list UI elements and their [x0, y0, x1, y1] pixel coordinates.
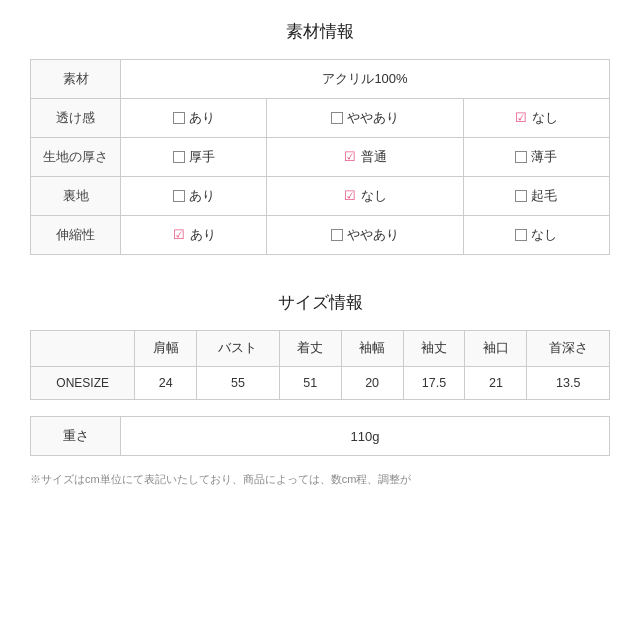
option-label: なし	[531, 226, 557, 244]
thickness-option-2: ☑ 普通	[267, 138, 464, 177]
size-table: 肩幅 バスト 着丈 袖幅 袖丈 袖口 首深さ ONESIZE 24 55 51 …	[30, 330, 610, 400]
weight-table: 重さ 110g	[30, 416, 610, 456]
checkbox-unchecked-icon	[331, 112, 343, 124]
material-section: 素材情報 素材 アクリル100% 透け感 あり	[30, 20, 610, 255]
weight-row: 重さ 110g	[31, 417, 610, 456]
size-bust: 55	[197, 367, 280, 400]
material-table: 素材 アクリル100% 透け感 あり ややあり	[30, 59, 610, 255]
size-header-sleeve-width: 袖幅	[341, 331, 403, 367]
size-header-length: 着丈	[279, 331, 341, 367]
option-label: あり	[189, 187, 215, 205]
stretch-option-1: ☑ あり	[121, 216, 267, 255]
checkbox-checked-icon: ☑	[343, 189, 357, 203]
size-header-row: 肩幅 バスト 着丈 袖幅 袖丈 袖口 首深さ	[31, 331, 610, 367]
stretch-option-3: なし	[463, 216, 609, 255]
table-row: 伸縮性 ☑ あり ややあり なし	[31, 216, 610, 255]
checkbox-checked-icon: ☑	[514, 111, 528, 125]
size-header-sleeve-length: 袖丈	[403, 331, 465, 367]
transparency-option-2: ややあり	[267, 99, 464, 138]
checkbox-unchecked-icon	[173, 112, 185, 124]
checkbox-checked-icon: ☑	[343, 150, 357, 164]
thickness-option-3: 薄手	[463, 138, 609, 177]
size-header-empty	[31, 331, 135, 367]
lining-option-1: あり	[121, 177, 267, 216]
size-cuff: 21	[465, 367, 527, 400]
table-row: 生地の厚さ 厚手 ☑ 普通 薄手	[31, 138, 610, 177]
option-label: 薄手	[531, 148, 557, 166]
lining-option-2: ☑ なし	[267, 177, 464, 216]
size-data-row: ONESIZE 24 55 51 20 17.5 21 13.5	[31, 367, 610, 400]
material-title: 素材情報	[30, 20, 610, 43]
transparency-option-3: ☑ なし	[463, 99, 609, 138]
size-shoulder: 24	[135, 367, 197, 400]
size-header-shoulder: 肩幅	[135, 331, 197, 367]
size-header-bust: バスト	[197, 331, 280, 367]
size-header-neck: 首深さ	[527, 331, 610, 367]
checkbox-unchecked-icon	[173, 190, 185, 202]
size-length: 51	[279, 367, 341, 400]
option-label: なし	[361, 187, 387, 205]
thickness-option-1: 厚手	[121, 138, 267, 177]
material-value: アクリル100%	[121, 60, 610, 99]
table-row: 裏地 あり ☑ なし 起毛	[31, 177, 610, 216]
weight-value: 110g	[121, 417, 610, 456]
transparency-label: 透け感	[31, 99, 121, 138]
option-label: 厚手	[189, 148, 215, 166]
thickness-label: 生地の厚さ	[31, 138, 121, 177]
stretch-label: 伸縮性	[31, 216, 121, 255]
checkbox-unchecked-icon	[515, 190, 527, 202]
size-header-cuff: 袖口	[465, 331, 527, 367]
option-label: ややあり	[347, 109, 399, 127]
table-row: 透け感 あり ややあり ☑ なし	[31, 99, 610, 138]
option-label: 起毛	[531, 187, 557, 205]
size-title: サイズ情報	[30, 291, 610, 314]
checkbox-unchecked-icon	[515, 151, 527, 163]
stretch-option-2: ややあり	[267, 216, 464, 255]
option-label: ややあり	[347, 226, 399, 244]
checkbox-unchecked-icon	[331, 229, 343, 241]
option-label: 普通	[361, 148, 387, 166]
lining-label: 裏地	[31, 177, 121, 216]
checkbox-checked-icon: ☑	[172, 228, 186, 242]
footnote-text: ※サイズはcm単位にて表記いたしており、商品によっては、数cm程、調整が	[30, 472, 610, 487]
option-label: あり	[189, 109, 215, 127]
checkbox-unchecked-icon	[515, 229, 527, 241]
size-row-label: ONESIZE	[31, 367, 135, 400]
option-label: なし	[532, 109, 558, 127]
lining-option-3: 起毛	[463, 177, 609, 216]
size-sleeve-length: 17.5	[403, 367, 465, 400]
size-sleeve-width: 20	[341, 367, 403, 400]
option-label: あり	[190, 226, 216, 244]
size-section: サイズ情報 肩幅 バスト 着丈 袖幅 袖丈 袖口 首深さ ONESIZE 24 …	[30, 291, 610, 487]
size-neck: 13.5	[527, 367, 610, 400]
transparency-option-1: あり	[121, 99, 267, 138]
table-row: 素材 アクリル100%	[31, 60, 610, 99]
material-label: 素材	[31, 60, 121, 99]
checkbox-unchecked-icon	[173, 151, 185, 163]
weight-label: 重さ	[31, 417, 121, 456]
